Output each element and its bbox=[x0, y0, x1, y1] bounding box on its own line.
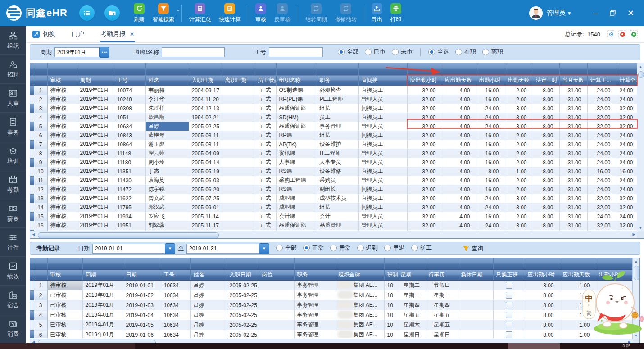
scroll-down-icon[interactable] bbox=[637, 225, 644, 231]
table-row[interactable]: 8待审核2019年01月11148瞿云帅2005-04-09正式资讯课IT工程师… bbox=[30, 149, 637, 158]
table-row[interactable]: 13待审核2019年01月11622曾文武2005-07-25正式成型课成型技术… bbox=[30, 194, 637, 203]
green-status-icon[interactable] bbox=[630, 30, 638, 38]
grid1-vertical-scrollbar[interactable] bbox=[637, 63, 644, 231]
column-header[interactable]: 组织名称 bbox=[276, 75, 317, 86]
date-from-dropdown-button[interactable] bbox=[165, 243, 175, 254]
column-header[interactable]: 出勤天数 bbox=[505, 75, 533, 86]
audit-button[interactable]: 审核 bbox=[251, 0, 270, 26]
column-header[interactable]: 行事历 bbox=[426, 270, 458, 281]
column-header[interactable]: 计算全... bbox=[617, 75, 637, 86]
column-header[interactable]: 职务 bbox=[294, 270, 336, 281]
tab-portal[interactable]: 门户 bbox=[72, 26, 84, 42]
audit-radio[interactable]: 已审 bbox=[365, 48, 385, 56]
column-header[interactable]: 应出勤天数 bbox=[560, 270, 596, 281]
column-header[interactable]: 应出勤小时 bbox=[525, 270, 560, 281]
sidebar-item-hr[interactable]: 人事 bbox=[0, 84, 26, 113]
sidebar-item-salary[interactable]: 薪资 bbox=[0, 199, 26, 228]
status-radio[interactable]: 全选 bbox=[428, 48, 449, 56]
swap-checkbox[interactable] bbox=[506, 302, 512, 308]
table-row[interactable]: 3已审核2019年01月2019-01-0310634吕婷2005-02-25事… bbox=[30, 300, 633, 310]
sidebar-item-dorm[interactable]: 宿舍 bbox=[0, 286, 26, 314]
state-radio[interactable]: 迟到 bbox=[357, 244, 378, 252]
print-button[interactable]: 打印 bbox=[386, 0, 405, 26]
org-name-input[interactable] bbox=[162, 47, 225, 57]
table-row[interactable]: 16待审核2019年01月11951刘翠蓉2005-11-17正式品质保证部品质… bbox=[30, 221, 637, 230]
table-row[interactable]: 14待审核2019年01月11795邓汉武2005-09-01正式成型课组长间接… bbox=[30, 203, 637, 212]
scroll-up-icon[interactable] bbox=[637, 63, 644, 70]
dropdown-caret-icon[interactable]: ⌄ bbox=[177, 7, 180, 12]
grid1-vscroll-thumb[interactable] bbox=[638, 71, 644, 78]
column-header[interactable]: 计算工... bbox=[587, 75, 617, 86]
state-radio[interactable]: 全部 bbox=[276, 244, 297, 252]
minimize-button[interactable]: ─ bbox=[593, 10, 598, 17]
query-button[interactable]: 查询 bbox=[463, 245, 483, 253]
grid2-vscroll-thumb[interactable] bbox=[634, 266, 639, 280]
column-header[interactable]: 周期 bbox=[77, 75, 114, 86]
red-status-icon[interactable] bbox=[618, 30, 626, 38]
close-button[interactable]: ✕ bbox=[627, 9, 634, 17]
table-row[interactable]: 4待审核2019年01月1051欧昌顺1994-02-21正式SD(HM)员工直… bbox=[30, 113, 637, 122]
column-header[interactable]: 入职日期 bbox=[227, 270, 259, 281]
column-header[interactable]: 入职日期 bbox=[189, 75, 222, 86]
column-header[interactable]: 出勤小时 bbox=[476, 75, 505, 86]
status-radio[interactable]: 离职 bbox=[482, 48, 503, 56]
swap-checkbox[interactable] bbox=[506, 331, 512, 338]
user-menu-caret-icon[interactable]: ▼ bbox=[567, 11, 571, 16]
swap-checkbox[interactable] bbox=[506, 322, 512, 328]
column-header[interactable]: 班制 bbox=[384, 270, 398, 281]
sidebar-item-training[interactable]: 培训 bbox=[0, 141, 26, 170]
scroll-up-icon[interactable] bbox=[633, 258, 639, 265]
sidebar-item-performance[interactable]: 绩效 bbox=[0, 257, 26, 286]
column-header[interactable]: 出勤小时 bbox=[596, 270, 633, 281]
scroll-down-icon[interactable] bbox=[633, 332, 639, 339]
table-row[interactable]: 2已审核2019年01月2019-01-0210634吕婷2005-02-25事… bbox=[30, 290, 633, 300]
status-radio[interactable]: 在职 bbox=[455, 48, 476, 56]
column-header[interactable]: 星期 bbox=[398, 270, 426, 281]
tab-close-icon[interactable] bbox=[130, 31, 134, 37]
column-header[interactable]: 法定工时 bbox=[533, 75, 559, 86]
table-row[interactable]: 3待审核2019年01月10308朱群样2004-12-13正式品质保证部组长间… bbox=[30, 104, 637, 113]
column-header[interactable]: 换休日期 bbox=[458, 270, 493, 281]
sidebar-item-consume[interactable]: 消费 bbox=[0, 314, 26, 343]
period-picker-button[interactable] bbox=[99, 47, 109, 58]
column-header[interactable]: 姓名 bbox=[145, 75, 189, 86]
table-row[interactable]: 12待审核2019年01月11472陈宇锐2005-06-20正式RS课副组长间… bbox=[30, 185, 637, 194]
tab-attendance-monthly-report[interactable]: 考勤月报 bbox=[100, 26, 134, 42]
state-radio[interactable]: 异常 bbox=[330, 244, 351, 252]
table-row[interactable]: 2待审核2019年01月10249李江华2004-11-29正式RP(PE)课P… bbox=[30, 95, 637, 104]
date-to-input[interactable] bbox=[186, 244, 259, 254]
calc-summary-button[interactable]: 计算汇总 bbox=[185, 0, 215, 26]
scroll-left-icon[interactable] bbox=[30, 231, 37, 238]
user-avatar[interactable] bbox=[529, 6, 543, 20]
username[interactable]: 管理员 bbox=[546, 9, 565, 17]
column-header[interactable]: 日期 bbox=[123, 270, 161, 281]
column-header[interactable]: 当月天数 bbox=[559, 75, 587, 86]
quick-calc-button[interactable]: 快速计算 bbox=[215, 0, 245, 26]
table-row[interactable]: 11待审核2019年01月11430袁海英2005-06-03正式采购工程课采购… bbox=[30, 176, 637, 185]
date-from-input[interactable] bbox=[92, 244, 165, 254]
table-row[interactable]: 1待审核2019年01月10074韦丽梅2004-09-17正式OS制造课外观检… bbox=[30, 86, 637, 95]
state-radio[interactable]: 早退 bbox=[384, 244, 405, 252]
column-header[interactable]: 应出勤小时 bbox=[407, 75, 442, 86]
sidebar-item-piecework[interactable]: 计件 bbox=[0, 228, 26, 257]
column-header[interactable]: 离职日期 bbox=[222, 75, 255, 86]
table-row[interactable]: 7待审核2019年01月10864谢玉彪2005-03-11正式AP(TK)设备… bbox=[30, 140, 637, 149]
sidebar-item-attendance[interactable]: 考勤 bbox=[0, 170, 26, 199]
sidebar-item-org[interactable]: 组织 bbox=[0, 26, 26, 55]
column-header[interactable]: 工号 bbox=[114, 75, 145, 86]
settings-gear-icon[interactable]: ⚙ bbox=[607, 30, 615, 38]
table-row[interactable]: 5待审核2019年01月10634吕婷2005-02-25正式品质保证部事务管理… bbox=[30, 122, 637, 131]
scroll-right-icon[interactable] bbox=[630, 231, 637, 238]
table-row[interactable]: 6待审核2019年01月10843蓝艳琴2005-03-11正式RP课组长间接员… bbox=[30, 131, 637, 140]
smart-search-button[interactable]: ⌄智能搜索 bbox=[149, 0, 178, 26]
table-row[interactable]: 9待审核2019年01月11180周小玲2005-04-14正式人事课人事专员管… bbox=[30, 158, 637, 167]
date-to-dropdown-button[interactable] bbox=[259, 243, 269, 254]
table-row[interactable]: 15待审核2019年01月11934罗应飞2005-11-14正式会计课会计管理… bbox=[30, 212, 637, 221]
state-radio[interactable]: 旷工 bbox=[411, 244, 432, 252]
table-row[interactable]: 5已审核2019年01月2019-01-0510634吕婷2005-02-25事… bbox=[30, 320, 633, 330]
table-row[interactable]: 10待审核2019年01月11351丁杰2005-05-19正式RS课设备维修直… bbox=[30, 167, 637, 176]
swap-checkbox[interactable] bbox=[506, 312, 512, 318]
column-header[interactable]: 审核 bbox=[47, 75, 77, 86]
tab-switch[interactable]: 切换 bbox=[32, 26, 55, 42]
column-header[interactable]: 员工状态 bbox=[255, 75, 276, 86]
